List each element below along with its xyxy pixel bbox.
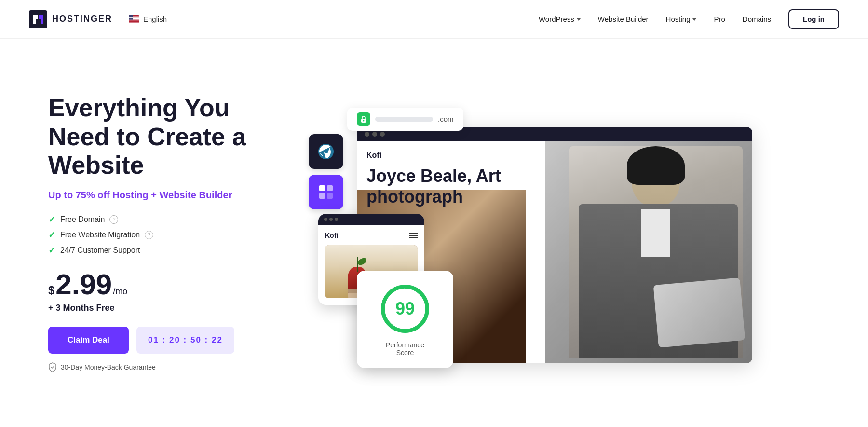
hero-visual: .com	[309, 59, 839, 407]
logo[interactable]: HOSTINGER	[29, 10, 112, 28]
svg-rect-7	[129, 22, 139, 22]
login-button[interactable]: Log in	[788, 9, 839, 29]
header-left: HOSTINGER	[29, 10, 172, 28]
check-icon: ✓	[48, 230, 55, 240]
hamburger-menu[interactable]	[409, 233, 418, 238]
svg-point-22	[132, 18, 132, 18]
feature-domain-text: Free Domain	[60, 215, 105, 224]
svg-point-20	[130, 18, 130, 18]
header: HOSTINGER	[0, 0, 868, 39]
mobile-dot-1	[324, 218, 327, 221]
mobile-browser-bar	[318, 214, 424, 225]
nav-domains[interactable]: Domains	[743, 15, 771, 23]
shield-icon	[48, 362, 57, 372]
browser-dot-green	[380, 132, 385, 137]
leaf	[357, 256, 368, 266]
svg-rect-27	[327, 185, 333, 191]
guarantee-row: 30-Day Money-Back Guarantee	[48, 362, 280, 372]
language-label: English	[143, 15, 167, 23]
info-icon[interactable]: ?	[145, 231, 153, 239]
hero-subtitle: Up to 75% off Hosting + Website Builder	[48, 190, 280, 201]
claim-deal-button[interactable]: Claim Deal	[48, 327, 129, 354]
hero-left: Everything You Need to Create a Website …	[48, 94, 280, 372]
hamburger-line	[409, 233, 418, 234]
price-dollar: $	[48, 284, 54, 297]
builder-icon-box	[309, 175, 343, 209]
subtitle-suffix: off Hosting + Website Builder	[95, 190, 232, 200]
price-mo: /mo	[113, 287, 127, 297]
mobile-dot-3	[335, 218, 338, 221]
main-nav: WordPress Website Builder Hosting Pro Do…	[539, 9, 839, 29]
url-line	[375, 117, 433, 122]
feature-item-support: ✓ 24/7 Customer Support	[48, 245, 280, 256]
check-icon: ✓	[48, 245, 55, 256]
main-content: Everything You Need to Create a Website …	[0, 39, 868, 427]
svg-rect-29	[327, 193, 333, 199]
cta-row: Claim Deal 01 : 20 : 50 : 22	[48, 327, 280, 354]
hamburger-line	[409, 237, 418, 238]
price-row: $ 2.99 /mo	[48, 270, 280, 299]
subtitle-prefix: Up to	[48, 190, 76, 200]
svg-point-13	[130, 16, 130, 17]
logo-icon	[29, 10, 47, 28]
svg-point-19	[132, 17, 133, 17]
website-title-overlay: Joyce Beale, Art photograph	[366, 165, 550, 215]
website-brand-name: Kofi	[366, 151, 540, 160]
svg-rect-26	[319, 185, 325, 191]
person-photo	[545, 141, 752, 363]
guarantee-text: 30-Day Money-Back Guarantee	[61, 363, 156, 371]
chevron-down-icon	[692, 18, 696, 21]
language-selector[interactable]: English	[124, 12, 172, 26]
browser-dot-red	[365, 132, 369, 137]
features-list: ✓ Free Domain ? ✓ Free Website Migration…	[48, 214, 280, 256]
chevron-down-icon	[577, 18, 581, 21]
url-dot-com: .com	[438, 115, 454, 123]
hero-title: Everything You Need to Create a Website	[48, 94, 280, 180]
wordpress-icon-box	[309, 134, 343, 169]
check-icon: ✓	[48, 214, 55, 225]
svg-point-16	[129, 17, 130, 17]
browser-dot-yellow	[372, 132, 377, 137]
mobile-dot-2	[329, 218, 333, 221]
svg-point-14	[131, 16, 131, 17]
website-big-title: Joyce Beale, Art photograph	[366, 165, 550, 207]
nav-website-builder[interactable]: Website Builder	[598, 15, 649, 23]
svg-point-10	[130, 15, 131, 16]
person-silhouette	[569, 146, 743, 358]
person-hair	[627, 146, 685, 185]
nav-wordpress[interactable]: WordPress	[539, 15, 581, 23]
ssl-badge	[357, 112, 370, 126]
performance-score-widget: 99 PerformanceScore	[357, 271, 453, 368]
feature-item-domain: ✓ Free Domain ?	[48, 214, 280, 225]
feature-item-migration: ✓ Free Website Migration ?	[48, 230, 280, 240]
subtitle-highlight: 75%	[76, 190, 95, 200]
svg-point-12	[132, 15, 133, 16]
nav-pro[interactable]: Pro	[714, 15, 725, 23]
price-amount: 2.99	[55, 270, 112, 299]
mobile-site-header: Kofi	[325, 232, 418, 239]
app-icons	[309, 134, 343, 209]
svg-point-24	[363, 120, 365, 121]
performance-number: 99	[395, 299, 415, 319]
svg-point-21	[131, 18, 131, 18]
nav-hosting[interactable]: Hosting	[666, 15, 697, 23]
countdown-timer: 01 : 20 : 50 : 22	[136, 327, 234, 354]
feature-migration-text: Free Website Migration	[60, 231, 140, 239]
feature-support-text: 24/7 Customer Support	[60, 246, 140, 255]
laptop-shape	[653, 277, 746, 347]
info-icon[interactable]: ?	[109, 215, 118, 224]
svg-rect-28	[319, 193, 325, 199]
svg-point-18	[131, 17, 132, 17]
svg-point-9	[129, 15, 130, 16]
svg-point-15	[132, 16, 132, 17]
hamburger-line	[409, 235, 418, 236]
flag-icon	[129, 15, 139, 23]
svg-rect-6	[129, 20, 139, 21]
performance-circle: 99	[379, 282, 432, 335]
svg-point-17	[130, 17, 131, 17]
url-bar: .com	[347, 108, 463, 131]
person-shirt	[641, 209, 670, 257]
performance-label: PerformanceScore	[386, 341, 424, 357]
mobile-brand: Kofi	[325, 232, 338, 239]
price-free: + 3 Months Free	[48, 303, 280, 313]
